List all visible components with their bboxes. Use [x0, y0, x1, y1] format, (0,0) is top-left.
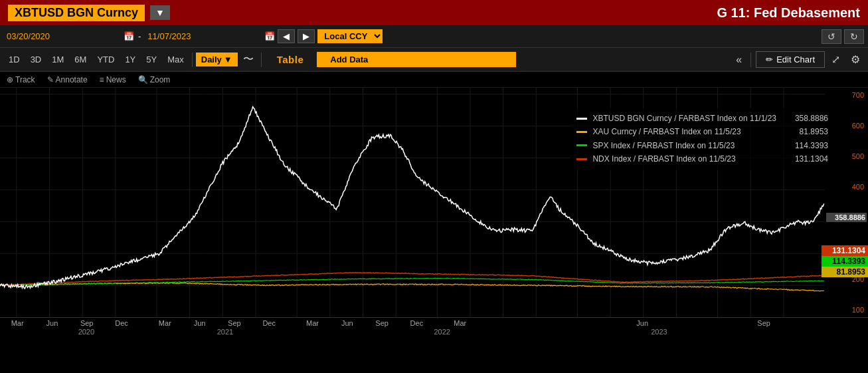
x-label-mar-2021: Mar: [159, 319, 171, 327]
instrument-dropdown[interactable]: ▼: [150, 5, 170, 20]
add-data-button[interactable]: Add Data: [317, 52, 516, 67]
annotate-btn[interactable]: ✎ Annotate: [44, 74, 90, 86]
period-3d[interactable]: 3D: [26, 53, 46, 66]
legend-label-xau: XAU Curncy / FARBAST Index on 11/5/23: [592, 125, 776, 138]
x-label-sep-2020: Sep: [80, 319, 94, 327]
x-label-sep-2021: Sep: [228, 319, 241, 327]
legend: XBTUSD BGN Curncy / FARBAST Index on 11/…: [570, 108, 835, 170]
legend-item-xau: XAU Curncy / FARBAST Index on 11/5/23 81…: [576, 125, 828, 138]
year-2021: 2021: [217, 328, 233, 336]
period-ytd[interactable]: YTD: [92, 53, 119, 66]
x-label-jun-2022: Jun: [341, 319, 353, 327]
legend-value-xau: 81.8953: [782, 125, 828, 138]
undo-btn[interactable]: ↺: [822, 29, 841, 44]
title-left: XBTUSD BGN Curncy ▼: [8, 5, 170, 21]
legend-color-ndx: [576, 158, 587, 160]
edit-chart-button[interactable]: ✏ Edit Chart: [756, 51, 825, 68]
legend-label-spx: SPX Index / FARBAST Index on 11/5/23: [592, 139, 776, 152]
x-label-dec-2021: Dec: [262, 319, 276, 327]
line-type-icon[interactable]: 〜: [239, 51, 258, 68]
date-bar: 📅 - 📅 ◀ ▶ Local CCY USD ↺ ↻: [0, 25, 868, 48]
divider-2: [261, 53, 262, 67]
crosshair-bar: ⊕ Track ✎ Annotate ≡ News 🔍 Zoom: [0, 72, 868, 88]
legend-label-btc: XBTUSD BGN Curncy / FARBAST Index on 11/…: [592, 112, 776, 125]
date-next-btn[interactable]: ▶: [298, 29, 315, 43]
legend-item-spx: SPX Index / FARBAST Index on 11/5/23 114…: [576, 139, 828, 152]
y-label-600: 600: [826, 122, 867, 130]
legend-color-xau: [576, 131, 587, 133]
x-label-sep-2022: Sep: [375, 319, 389, 327]
zoom-btn[interactable]: 🔍 Zoom: [135, 74, 173, 86]
settings-icon[interactable]: ⚙: [847, 51, 864, 68]
legend-color-spx: [576, 144, 587, 146]
toolbar-right: « ✏ Edit Chart ⤢ ⚙: [732, 51, 864, 68]
x-label-sep-2023: Sep: [757, 319, 770, 327]
news-icon: ≡: [100, 75, 104, 84]
x-label-jun-2020: Jun: [46, 319, 58, 327]
x-label-mar-2020: Mar: [11, 319, 24, 327]
y-label-500: 500: [826, 152, 867, 160]
chart-title: G 11: Fed Debasement: [717, 5, 860, 21]
year-2022: 2022: [434, 328, 450, 336]
date-prev-btn[interactable]: ◀: [278, 29, 295, 43]
period-6m[interactable]: 6M: [70, 53, 91, 66]
end-date-input[interactable]: [145, 30, 262, 43]
chart-canvas-area[interactable]: XBTUSD BGN Curncy / FARBAST Index on 11/…: [0, 88, 868, 317]
right-value-badges: 131.1304 114.3393 81.8953: [822, 245, 868, 277]
instrument-label[interactable]: XBTUSD BGN Curncy: [8, 5, 145, 21]
spx-value-badge: 114.3393: [822, 256, 868, 267]
y-label-100: 100: [826, 306, 867, 314]
x-label-jun-2021: Jun: [194, 319, 206, 327]
period-1d[interactable]: 1D: [4, 53, 25, 66]
end-date-calendar-icon[interactable]: 📅: [264, 31, 275, 41]
period-1y[interactable]: 1Y: [120, 53, 140, 66]
x-label-dec-2022: Dec: [410, 319, 424, 327]
y-label-400: 400: [826, 183, 867, 191]
ndx-value-badge: 131.1304: [822, 245, 868, 256]
edit-chart-label: Edit Chart: [776, 55, 815, 64]
fullscreen-icon[interactable]: ⤢: [827, 51, 844, 68]
pencil-icon: ✏: [766, 55, 773, 64]
crosshair-icon: ⊕: [7, 75, 13, 84]
toolbar: 1D 3D 1M 6M YTD 1Y 5Y Max Daily ▼ 〜 Tabl…: [0, 48, 868, 72]
divider-3: [750, 53, 751, 67]
undo-redo-group: ↺ ↻: [822, 29, 864, 44]
zoom-icon: 🔍: [138, 75, 148, 84]
legend-value-spx: 114.3393: [782, 139, 828, 152]
title-bar: XBTUSD BGN Curncy ▼ G 11: Fed Debasement: [0, 0, 868, 25]
news-btn[interactable]: ≡ News: [97, 74, 129, 86]
y-label-358: 358.8886: [826, 213, 867, 222]
x-label-mar-2022: Mar: [306, 319, 319, 327]
legend-color-btc: [576, 118, 587, 120]
xau-value-badge: 81.8953: [822, 267, 868, 277]
x-label-jun-2023: Jun: [636, 319, 648, 327]
period-1m[interactable]: 1M: [47, 53, 68, 66]
x-axis: Mar Jun Sep Dec Mar Jun Sep Dec Mar Jun …: [0, 317, 868, 338]
period-5y[interactable]: 5Y: [141, 53, 161, 66]
date-separator: -: [137, 31, 142, 41]
legend-item-btc: XBTUSD BGN Curncy / FARBAST Index on 11/…: [576, 112, 828, 125]
x-label-mar-2023: Mar: [454, 319, 466, 327]
legend-item-ndx: NDX Index / FARBAST Index on 11/5/23 131…: [576, 152, 828, 166]
x-label-dec-2020: Dec: [115, 319, 128, 327]
period-max[interactable]: Max: [163, 53, 189, 66]
collapse-icon[interactable]: «: [732, 52, 746, 68]
table-button[interactable]: Table: [265, 52, 316, 67]
legend-label-ndx: NDX Index / FARBAST Index on 11/5/23: [592, 152, 776, 166]
legend-value-ndx: 131.1304: [782, 152, 828, 166]
currency-select[interactable]: Local CCY USD: [317, 29, 383, 43]
redo-btn[interactable]: ↻: [844, 29, 864, 44]
divider-1: [192, 53, 193, 67]
frequency-select[interactable]: Daily ▼: [196, 53, 238, 66]
year-2020: 2020: [78, 328, 94, 336]
chart-wrapper: ⊕ Track ✎ Annotate ≡ News 🔍 Zoom XBTUSD …: [0, 72, 868, 338]
start-date-input[interactable]: [4, 30, 121, 43]
year-2023: 2023: [651, 328, 667, 336]
start-date-calendar-icon[interactable]: 📅: [124, 31, 134, 41]
track-btn[interactable]: ⊕ Track: [4, 74, 38, 86]
annotate-icon: ✎: [47, 75, 54, 84]
y-label-700: 700: [826, 91, 867, 99]
legend-value-btc: 358.8886: [782, 112, 828, 125]
y-axis: 700 600 500 400 358.8886 300 200 100: [825, 88, 868, 317]
